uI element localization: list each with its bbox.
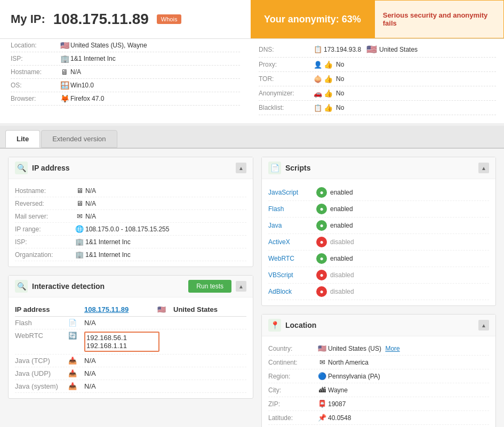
location-card: 📍 Location ▲ Country: 🇺🇸 United States (… bbox=[261, 314, 496, 427]
detection-card-body: IP address 108.175.11.89 🇺🇸 United State… bbox=[9, 297, 253, 398]
anonymizer-row: Anonymizer: 🚗 👍 No bbox=[259, 86, 496, 101]
hostname-value: N/A bbox=[70, 68, 81, 76]
country-label: Country: bbox=[268, 345, 316, 352]
os-icon: 🪟 bbox=[59, 81, 70, 90]
detection-card-collapse-btn[interactable]: ▲ bbox=[236, 281, 246, 292]
script-row-adblock: AdBlock ● disabled bbox=[268, 284, 489, 300]
location-card-icon: 📍 bbox=[268, 319, 281, 332]
thumbs-up-tor-icon: 👍 bbox=[324, 75, 333, 83]
script-flash-link[interactable]: Flash bbox=[268, 205, 316, 213]
script-webrtc-status: enabled bbox=[330, 255, 353, 262]
detection-row-flash: Flash 📄 N/A bbox=[15, 317, 246, 329]
ip-card-collapse-btn[interactable]: ▲ bbox=[236, 163, 246, 173]
ip-org-label: Organization: bbox=[15, 251, 74, 259]
script-adblock-link[interactable]: AdBlock bbox=[268, 288, 316, 295]
latitude-label: Latitude: bbox=[268, 414, 316, 422]
script-vbscript-link[interactable]: VBScript bbox=[268, 271, 316, 279]
detection-card-header: 🔍 Interactive detection Run tests ▲ bbox=[9, 276, 253, 297]
proxy-value: No bbox=[336, 61, 344, 68]
location-country-row: Country: 🇺🇸 United States (US) More bbox=[268, 342, 489, 356]
detection-flash-label: Flash bbox=[15, 319, 68, 327]
ip-card-title-text: IP address bbox=[32, 164, 70, 172]
script-flash-status: enabled bbox=[330, 205, 353, 213]
dns-flag-icon: 🇺🇸 bbox=[366, 44, 377, 54]
location-card-title: 📍 Location bbox=[268, 319, 316, 332]
tab-extended[interactable]: Extended version bbox=[41, 130, 117, 148]
my-ip-label: My IP: bbox=[11, 12, 45, 26]
detection-java-tcp-icon: 📥 bbox=[68, 357, 84, 365]
anonymity-score: Your anonymity: 63% bbox=[251, 0, 374, 38]
city-value: Wayne bbox=[328, 386, 489, 394]
script-javascript-link[interactable]: JavaScript bbox=[268, 189, 316, 196]
ip-mail-row: Mail server: ✉ N/A bbox=[15, 210, 246, 223]
script-row-webrtc: WebRTC ● enabled bbox=[268, 251, 489, 267]
detection-row-webrtc: WebRTC 🔄 192.168.56.1 192.168.1.11 bbox=[15, 329, 246, 355]
browser-icon: 🦊 bbox=[59, 94, 70, 103]
anonymity-warning: Serious security and anonymity fails bbox=[374, 0, 504, 38]
ip-org-value: 1&1 Internet Inc bbox=[85, 251, 246, 259]
detection-java-tcp-value: N/A bbox=[84, 357, 157, 365]
os-label: OS: bbox=[11, 82, 59, 89]
scripts-card-icon: 📄 bbox=[268, 162, 281, 174]
script-activex-link[interactable]: ActiveX bbox=[268, 238, 316, 246]
more-link[interactable]: More bbox=[385, 345, 399, 352]
flag-us-icon: 🇺🇸 bbox=[59, 41, 70, 50]
detection-col5-header: United States bbox=[173, 305, 246, 313]
script-webrtc-status-icon: ● bbox=[316, 253, 327, 264]
city-icon: 🏙 bbox=[316, 386, 328, 394]
isp-value: 1&1 Internet Inc bbox=[70, 55, 116, 62]
ip-address-card: 🔍 IP address ▲ Hostname: 🖥 N/A Reversed:… bbox=[8, 157, 253, 267]
tab-lite[interactable]: Lite bbox=[5, 130, 40, 148]
ip-reversed-row: Reversed: 🖥 N/A bbox=[15, 197, 246, 210]
detection-java-tcp-label: Java (TCP) bbox=[15, 357, 68, 365]
run-tests-button[interactable]: Run tests bbox=[188, 280, 231, 293]
script-activex-status: disabled bbox=[330, 238, 354, 246]
right-info-panel: DNS: 📋 173.194.93.8 🇺🇸 United States Pro… bbox=[251, 39, 504, 123]
detection-col2-header bbox=[68, 305, 84, 313]
location-card-collapse-btn[interactable]: ▲ bbox=[478, 320, 489, 331]
script-flash-status-icon: ● bbox=[316, 204, 327, 214]
script-row-activex: ActiveX ● disabled bbox=[268, 234, 489, 251]
anonymizer-label: Anonymizer: bbox=[259, 90, 312, 97]
script-webrtc-link[interactable]: WebRTC bbox=[268, 255, 316, 262]
script-adblock-status-icon: ● bbox=[316, 286, 327, 297]
region-icon: 🔵 bbox=[316, 372, 328, 380]
proxy-row: Proxy: 👤 👍 No bbox=[259, 58, 496, 72]
scripts-card-body: JavaScript ● enabled Flash ● enabled Jav… bbox=[262, 179, 495, 305]
script-activex-status-icon: ● bbox=[316, 237, 327, 247]
detection-card-title: 🔍 Interactive detection bbox=[15, 280, 105, 293]
script-javascript-status-icon: ● bbox=[316, 187, 327, 198]
browser-value: Firefox 47.0 bbox=[70, 95, 104, 102]
detection-webrtc-icon: 🔄 bbox=[68, 332, 84, 340]
script-adblock-status: disabled bbox=[330, 288, 354, 295]
ip-isp-value: 1&1 Internet Inc bbox=[85, 238, 246, 246]
location-card-body: Country: 🇺🇸 United States (US) More Cont… bbox=[262, 336, 495, 427]
detection-ip-link[interactable]: 108.175.11.89 bbox=[84, 305, 129, 313]
detection-java-sys-value: N/A bbox=[84, 382, 157, 390]
script-java-link[interactable]: Java bbox=[268, 222, 316, 229]
blacklist-row: Blacklist: 📋 👍 No bbox=[259, 101, 496, 115]
detection-webrtc-ip1: 192.168.56.1 bbox=[86, 334, 157, 342]
detection-col3-header: 108.175.11.89 bbox=[84, 305, 157, 313]
ip-card-title: 🔍 IP address bbox=[15, 162, 70, 174]
detection-webrtc-values: 192.168.56.1 192.168.1.11 bbox=[84, 332, 159, 352]
script-java-status: enabled bbox=[330, 222, 353, 229]
whois-button[interactable]: Whois bbox=[157, 14, 182, 24]
detection-row-java-tcp: Java (TCP) 📥 N/A bbox=[15, 355, 246, 367]
ip-hostname-icon: 🖥 bbox=[74, 187, 85, 195]
ip-reversed-value: N/A bbox=[85, 200, 246, 207]
blacklist-icon: 📋 bbox=[312, 104, 324, 112]
ip-range-value: 108.175.0.0 - 108.175.15.255 bbox=[85, 225, 246, 233]
anonymity-panel: Your anonymity: 63% Serious security and… bbox=[251, 0, 504, 38]
ip-hostname-row: Hostname: 🖥 N/A bbox=[15, 184, 246, 197]
detection-col4-header: 🇺🇸 bbox=[157, 305, 173, 313]
thumbs-up-anon-icon: 👍 bbox=[324, 89, 333, 98]
continent-icon: ✉ bbox=[316, 358, 328, 366]
ip-mail-label: Mail server: bbox=[15, 213, 74, 220]
continent-value: North America bbox=[328, 359, 489, 366]
ip-hostname-value: N/A bbox=[85, 187, 246, 195]
dns-row: DNS: 📋 173.194.93.8 🇺🇸 United States bbox=[259, 42, 496, 58]
tabs-section: Lite Extended version bbox=[0, 126, 504, 149]
scripts-card-collapse-btn[interactable]: ▲ bbox=[478, 163, 489, 173]
hostname-icon: 🖥 bbox=[59, 68, 70, 76]
